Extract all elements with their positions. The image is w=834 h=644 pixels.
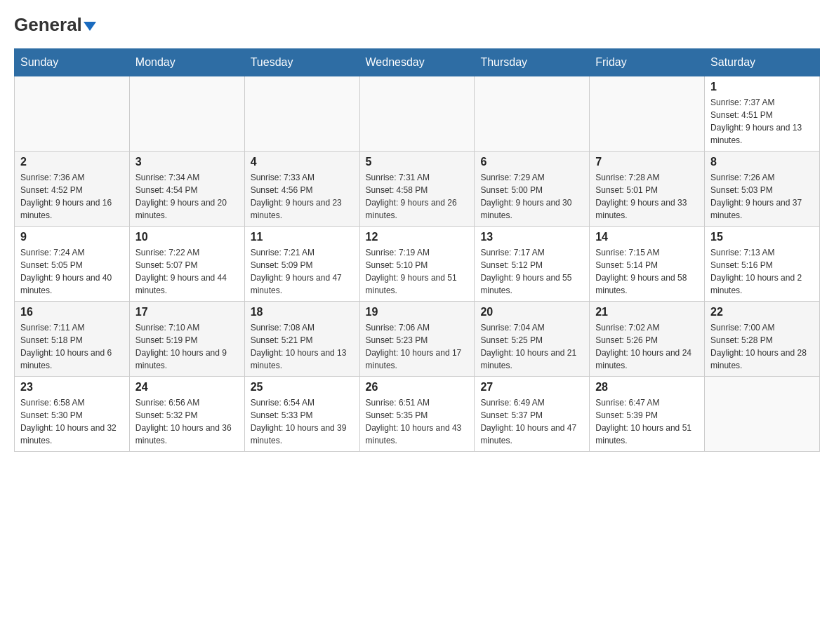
day-number: 10	[135, 231, 239, 243]
day-info: Sunrise: 7:34 AMSunset: 4:54 PMDaylight:…	[135, 171, 239, 222]
day-number: 15	[710, 231, 814, 243]
calendar-cell	[590, 76, 705, 152]
calendar-cell: 3Sunrise: 7:34 AMSunset: 4:54 PMDaylight…	[129, 152, 244, 227]
calendar-cell: 8Sunrise: 7:26 AMSunset: 5:03 PMDaylight…	[705, 152, 820, 227]
day-number: 9	[20, 231, 124, 243]
day-info: Sunrise: 7:17 AMSunset: 5:12 PMDaylight:…	[480, 246, 583, 297]
calendar-cell: 14Sunrise: 7:15 AMSunset: 5:14 PMDayligh…	[590, 227, 705, 302]
calendar-cell	[244, 76, 359, 152]
day-info: Sunrise: 7:19 AMSunset: 5:10 PMDaylight:…	[366, 246, 469, 297]
day-number: 6	[480, 156, 583, 168]
day-number: 4	[251, 156, 354, 168]
day-number: 14	[595, 231, 699, 243]
calendar-cell: 4Sunrise: 7:33 AMSunset: 4:56 PMDaylight…	[244, 152, 359, 227]
calendar-cell: 15Sunrise: 7:13 AMSunset: 5:16 PMDayligh…	[705, 227, 820, 302]
calendar-cell: 6Sunrise: 7:29 AMSunset: 5:00 PMDaylight…	[475, 152, 590, 227]
day-number: 13	[480, 231, 583, 243]
calendar-cell: 7Sunrise: 7:28 AMSunset: 5:01 PMDaylight…	[590, 152, 705, 227]
calendar-cell: 5Sunrise: 7:31 AMSunset: 4:58 PMDaylight…	[359, 152, 475, 227]
day-info: Sunrise: 7:08 AMSunset: 5:21 PMDaylight:…	[251, 321, 354, 372]
weekday-header-thursday: Thursday	[475, 49, 590, 76]
day-number: 21	[595, 306, 699, 318]
day-info: Sunrise: 7:29 AMSunset: 5:00 PMDaylight:…	[480, 171, 583, 222]
calendar-week-row: 16Sunrise: 7:11 AMSunset: 5:18 PMDayligh…	[15, 302, 820, 377]
day-number: 7	[595, 156, 699, 168]
calendar-cell: 22Sunrise: 7:00 AMSunset: 5:28 PMDayligh…	[705, 302, 820, 377]
day-info: Sunrise: 7:28 AMSunset: 5:01 PMDaylight:…	[595, 171, 699, 222]
day-info: Sunrise: 6:47 AMSunset: 5:39 PMDaylight:…	[595, 396, 699, 447]
day-number: 3	[135, 156, 239, 168]
weekday-header-friday: Friday	[590, 49, 705, 76]
calendar-cell	[475, 76, 590, 152]
day-info: Sunrise: 7:26 AMSunset: 5:03 PMDaylight:…	[710, 171, 814, 222]
day-number: 28	[595, 381, 699, 394]
calendar-week-row: 1Sunrise: 7:37 AMSunset: 4:51 PMDaylight…	[15, 76, 820, 152]
day-number: 20	[480, 306, 583, 318]
calendar-cell: 16Sunrise: 7:11 AMSunset: 5:18 PMDayligh…	[15, 302, 130, 377]
day-number: 12	[366, 231, 469, 243]
calendar-cell: 19Sunrise: 7:06 AMSunset: 5:23 PMDayligh…	[359, 302, 475, 377]
page-header: General	[14, 14, 820, 34]
calendar-cell: 2Sunrise: 7:36 AMSunset: 4:52 PMDaylight…	[15, 152, 130, 227]
calendar-cell: 1Sunrise: 7:37 AMSunset: 4:51 PMDaylight…	[705, 76, 820, 152]
weekday-header-tuesday: Tuesday	[244, 49, 359, 76]
calendar-cell: 21Sunrise: 7:02 AMSunset: 5:26 PMDayligh…	[590, 302, 705, 377]
day-number: 19	[366, 306, 469, 318]
day-info: Sunrise: 6:49 AMSunset: 5:37 PMDaylight:…	[480, 396, 583, 447]
calendar-cell: 27Sunrise: 6:49 AMSunset: 5:37 PMDayligh…	[475, 377, 590, 452]
day-info: Sunrise: 7:36 AMSunset: 4:52 PMDaylight:…	[20, 171, 124, 222]
calendar-week-row: 9Sunrise: 7:24 AMSunset: 5:05 PMDaylight…	[15, 227, 820, 302]
weekday-header-saturday: Saturday	[705, 49, 820, 76]
day-number: 25	[251, 381, 354, 394]
logo-general: General	[14, 14, 82, 36]
calendar-cell: 25Sunrise: 6:54 AMSunset: 5:33 PMDayligh…	[244, 377, 359, 452]
calendar-week-row: 23Sunrise: 6:58 AMSunset: 5:30 PMDayligh…	[15, 377, 820, 452]
day-info: Sunrise: 7:00 AMSunset: 5:28 PMDaylight:…	[710, 321, 814, 372]
day-info: Sunrise: 7:24 AMSunset: 5:05 PMDaylight:…	[20, 246, 124, 297]
day-info: Sunrise: 7:04 AMSunset: 5:25 PMDaylight:…	[480, 321, 583, 372]
calendar-cell: 24Sunrise: 6:56 AMSunset: 5:32 PMDayligh…	[129, 377, 244, 452]
day-number: 1	[710, 81, 814, 93]
calendar-cell: 18Sunrise: 7:08 AMSunset: 5:21 PMDayligh…	[244, 302, 359, 377]
day-number: 22	[710, 306, 814, 318]
day-info: Sunrise: 6:54 AMSunset: 5:33 PMDaylight:…	[251, 396, 354, 447]
calendar-cell: 13Sunrise: 7:17 AMSunset: 5:12 PMDayligh…	[475, 227, 590, 302]
calendar-cell: 26Sunrise: 6:51 AMSunset: 5:35 PMDayligh…	[359, 377, 475, 452]
day-info: Sunrise: 6:51 AMSunset: 5:35 PMDaylight:…	[366, 396, 469, 447]
day-info: Sunrise: 7:06 AMSunset: 5:23 PMDaylight:…	[366, 321, 469, 372]
calendar-cell: 11Sunrise: 7:21 AMSunset: 5:09 PMDayligh…	[244, 227, 359, 302]
weekday-header-sunday: Sunday	[15, 49, 130, 76]
calendar-cell: 28Sunrise: 6:47 AMSunset: 5:39 PMDayligh…	[590, 377, 705, 452]
day-number: 17	[135, 306, 239, 318]
weekday-header-row: SundayMondayTuesdayWednesdayThursdayFrid…	[15, 49, 820, 76]
day-info: Sunrise: 7:02 AMSunset: 5:26 PMDaylight:…	[595, 321, 699, 372]
calendar-cell: 10Sunrise: 7:22 AMSunset: 5:07 PMDayligh…	[129, 227, 244, 302]
day-info: Sunrise: 7:37 AMSunset: 4:51 PMDaylight:…	[710, 96, 814, 147]
day-number: 2	[20, 156, 124, 168]
day-number: 11	[251, 231, 354, 243]
day-info: Sunrise: 7:13 AMSunset: 5:16 PMDaylight:…	[710, 246, 814, 297]
calendar-cell	[705, 377, 820, 452]
day-number: 18	[251, 306, 354, 318]
calendar-cell: 17Sunrise: 7:10 AMSunset: 5:19 PMDayligh…	[129, 302, 244, 377]
weekday-header-wednesday: Wednesday	[359, 49, 475, 76]
day-number: 8	[710, 156, 814, 168]
calendar-cell	[15, 76, 130, 152]
day-info: Sunrise: 6:58 AMSunset: 5:30 PMDaylight:…	[20, 396, 124, 447]
calendar-cell	[129, 76, 244, 152]
calendar-cell: 20Sunrise: 7:04 AMSunset: 5:25 PMDayligh…	[475, 302, 590, 377]
day-number: 5	[366, 156, 469, 168]
day-number: 26	[366, 381, 469, 394]
day-info: Sunrise: 7:33 AMSunset: 4:56 PMDaylight:…	[251, 171, 354, 222]
calendar-cell: 23Sunrise: 6:58 AMSunset: 5:30 PMDayligh…	[15, 377, 130, 452]
day-number: 24	[135, 381, 239, 394]
calendar-week-row: 2Sunrise: 7:36 AMSunset: 4:52 PMDaylight…	[15, 152, 820, 227]
calendar-cell	[359, 76, 475, 152]
logo: General	[14, 14, 96, 34]
day-info: Sunrise: 7:21 AMSunset: 5:09 PMDaylight:…	[251, 246, 354, 297]
day-info: Sunrise: 7:10 AMSunset: 5:19 PMDaylight:…	[135, 321, 239, 372]
day-info: Sunrise: 7:31 AMSunset: 4:58 PMDaylight:…	[366, 171, 469, 222]
day-number: 23	[20, 381, 124, 394]
day-info: Sunrise: 6:56 AMSunset: 5:32 PMDaylight:…	[135, 396, 239, 447]
day-info: Sunrise: 7:15 AMSunset: 5:14 PMDaylight:…	[595, 246, 699, 297]
